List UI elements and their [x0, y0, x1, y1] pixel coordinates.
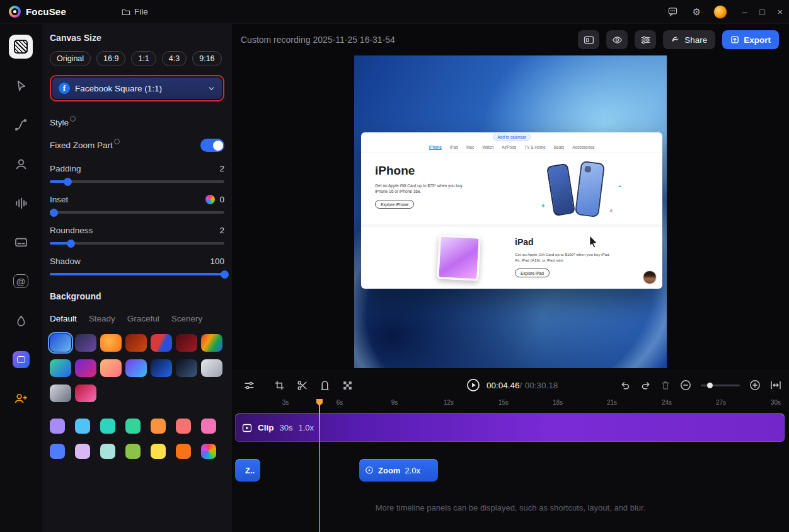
color-swatch[interactable] — [151, 444, 166, 459]
playhead[interactable] — [319, 399, 320, 532]
close-button[interactable]: × — [778, 7, 783, 17]
rail-stream-tool[interactable] — [9, 347, 33, 371]
color-swatch[interactable] — [201, 419, 216, 434]
canvas-preview[interactable]: Add to calendar iPhone iPad Mac Watch Ai… — [354, 55, 667, 368]
play-button[interactable] — [466, 378, 480, 392]
inset-color-icon[interactable] — [205, 195, 215, 204]
fit-width-icon[interactable] — [770, 379, 781, 391]
ratio-1-1-button[interactable]: 1:1 — [131, 51, 156, 66]
preview-eye-button[interactable] — [606, 30, 628, 49]
canvas-preset-dropdown[interactable]: Facebook Square (1:1) — [52, 78, 222, 99]
color-swatch[interactable] — [100, 419, 115, 434]
tab-steady[interactable]: Steady — [89, 314, 115, 323]
color-swatch[interactable] — [75, 444, 90, 459]
rail-path-tool[interactable] — [9, 113, 33, 137]
undo-icon[interactable] — [620, 380, 631, 391]
background-thumbnail[interactable] — [125, 334, 147, 352]
background-thumbnail[interactable] — [50, 385, 71, 402]
zoom-in-icon[interactable] — [749, 379, 761, 391]
timeline-zoom-slider[interactable] — [701, 385, 740, 386]
color-swatch[interactable] — [50, 419, 65, 434]
background-thumbnail[interactable] — [176, 359, 197, 377]
playback-controls: 00:04.46/ 00:30.18 — [466, 371, 558, 399]
rail-audio-tool[interactable] — [9, 191, 33, 215]
app-name: FocuSee — [26, 6, 66, 17]
shadow-slider-thumb[interactable] — [221, 270, 229, 279]
roundness-slider[interactable] — [50, 242, 224, 245]
cursor-icon — [14, 79, 27, 92]
rail-mention-tool[interactable]: @ — [9, 269, 33, 293]
background-thumbnail[interactable] — [75, 334, 96, 352]
color-swatch[interactable] — [176, 419, 191, 434]
color-swatch[interactable] — [125, 419, 141, 434]
explore-iphone-button: Explore iPhone — [375, 200, 414, 209]
share-button[interactable]: Share — [663, 30, 715, 49]
background-thumbnail[interactable] — [50, 359, 71, 377]
background-thumbnail[interactable] — [201, 359, 222, 377]
ratio-original-button[interactable]: Original — [50, 51, 91, 66]
rail-canvas-tool[interactable] — [9, 35, 33, 59]
ratio-9-16-button[interactable]: 9:16 — [192, 51, 221, 66]
maximize-button[interactable]: □ — [759, 7, 764, 17]
color-swatch[interactable] — [100, 444, 115, 459]
zoom-segment-1[interactable]: Z.. — [235, 459, 260, 482]
rail-blur-tool[interactable] — [9, 308, 33, 332]
inset-slider[interactable] — [50, 211, 224, 214]
feedback-icon[interactable] — [665, 4, 681, 20]
main-area: Custom recording 2025-11-25 16-31-54 Sha… — [232, 24, 789, 532]
clip-segment[interactable]: Clip 30s 1.0x — [235, 413, 785, 442]
crop-tool-icon[interactable] — [315, 376, 334, 394]
background-thumbnail[interactable] — [50, 334, 71, 352]
canvas-view-button[interactable] — [578, 30, 599, 49]
shadow-slider[interactable] — [50, 273, 224, 275]
background-thumbnail[interactable] — [75, 385, 96, 402]
tab-default[interactable]: Default — [50, 314, 77, 323]
ratio-16-9-button[interactable]: 16:9 — [96, 51, 125, 66]
adjustments-button[interactable] — [635, 30, 656, 49]
zoom-segment-2[interactable]: Zoom 2.0x — [359, 459, 438, 482]
scissors-icon[interactable] — [292, 376, 311, 394]
roundness-slider-thumb[interactable] — [67, 240, 75, 248]
mouse-cursor — [589, 234, 599, 248]
redo-icon[interactable] — [640, 380, 651, 391]
main-header: Custom recording 2025-11-25 16-31-54 Sha… — [232, 24, 789, 55]
zoom-out-icon[interactable] — [680, 379, 691, 391]
user-avatar[interactable] — [713, 5, 727, 19]
inset-slider-thumb[interactable] — [50, 209, 58, 217]
export-button[interactable]: Export — [722, 30, 779, 49]
color-swatch[interactable] — [125, 444, 141, 459]
background-thumbnail[interactable] — [100, 334, 122, 352]
color-swatch[interactable] — [151, 419, 166, 434]
color-swatch[interactable] — [176, 444, 191, 459]
background-thumbnail[interactable] — [100, 359, 122, 377]
color-swatch[interactable] — [50, 444, 65, 459]
fixed-zoom-toggle[interactable] — [200, 139, 224, 152]
fixed-zoom-label: Fixed Zoom Part — [50, 141, 120, 150]
settings-gear-icon[interactable]: ⚙ — [689, 4, 705, 20]
rail-webcam-tool[interactable] — [9, 152, 33, 176]
rail-captions-tool[interactable] — [9, 230, 33, 254]
site-iphone-section: iPhone Get an Apple Gift Card up to $75*… — [361, 153, 662, 224]
background-thumbnail[interactable] — [151, 359, 172, 377]
tab-scenery[interactable]: Scenery — [171, 314, 203, 323]
rail-invite-tool[interactable] — [9, 386, 33, 410]
ratio-4-3-button[interactable]: 4:3 — [162, 51, 187, 66]
droplet-icon — [15, 315, 27, 327]
color-swatch[interactable] — [201, 444, 216, 459]
frame-crop-icon[interactable] — [270, 376, 289, 394]
background-thumbnail[interactable] — [75, 359, 96, 377]
background-thumbnail[interactable] — [151, 334, 172, 352]
padding-slider-thumb[interactable] — [64, 178, 72, 186]
background-thumbnail[interactable] — [125, 359, 147, 377]
minimize-button[interactable]: – — [742, 7, 747, 17]
file-menu[interactable]: File — [115, 4, 154, 20]
color-swatch[interactable] — [75, 419, 90, 434]
background-thumbnail[interactable] — [176, 334, 197, 352]
checkerboard-icon[interactable] — [338, 376, 357, 394]
padding-slider[interactable] — [50, 180, 224, 183]
rail-cursor-tool[interactable] — [9, 74, 33, 98]
delete-icon[interactable] — [660, 380, 671, 390]
tab-graceful[interactable]: Graceful — [127, 314, 159, 323]
background-thumbnail[interactable] — [201, 334, 222, 352]
timeline-settings-icon[interactable] — [239, 376, 258, 394]
